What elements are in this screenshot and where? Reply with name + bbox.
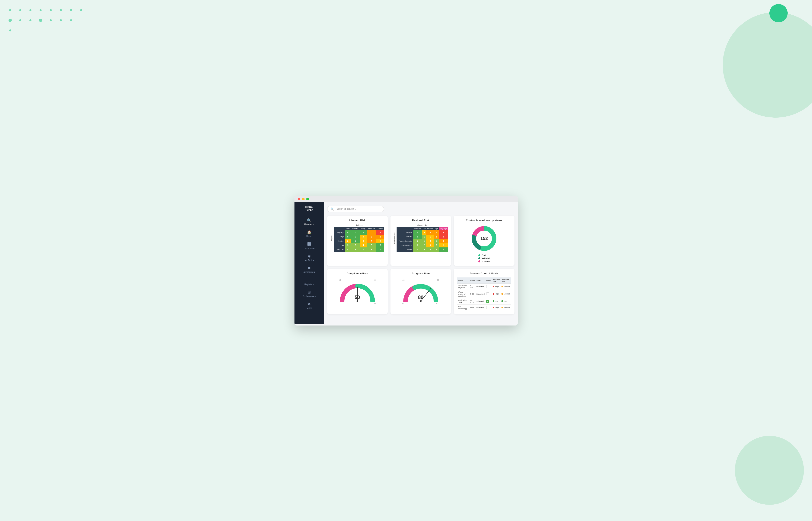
progress-rate-title: Progress Rate: [394, 272, 448, 275]
matrix-cell: 4: [439, 230, 448, 235]
search-bar[interactable]: 🔍: [327, 206, 384, 212]
pcm-status: Validated: [476, 304, 485, 311]
svg-point-11: [39, 19, 42, 22]
validated-dot: [478, 257, 480, 259]
pcm-status: Validated: [476, 284, 485, 290]
svg-point-15: [9, 29, 11, 31]
svg-point-3: [40, 9, 42, 11]
minimize-button[interactable]: [302, 198, 305, 200]
progress-max: 100: [436, 302, 439, 304]
sidebar-item-technologies[interactable]: ⊞ Technologies: [294, 288, 324, 300]
row-label: Very Low: [334, 247, 345, 252]
inherent-risk-dot: [493, 293, 495, 295]
svg-point-13: [60, 19, 62, 21]
technologies-icon: ⊞: [308, 290, 311, 294]
matrix-cell: 0: [439, 235, 448, 239]
matrix-cell: 4: [360, 243, 367, 247]
sidebar-item-dashboard[interactable]: Dashboard: [294, 240, 324, 252]
row-label: High: [334, 235, 345, 239]
checkbox-unchecked[interactable]: [486, 285, 489, 288]
col-certain: Certain: [376, 227, 385, 230]
browser-titlebar: [294, 196, 518, 202]
row-label: Inexistent: [397, 230, 413, 235]
compliance-value: 50: [355, 294, 360, 300]
inherent-risk-y-label: Impact: [330, 235, 332, 241]
pcm-status: Validated: [476, 298, 485, 304]
legend-in-review-label: In review: [482, 260, 490, 263]
matrix-cell: 2: [367, 247, 376, 252]
sidebar-item-home[interactable]: 🏠 Home: [294, 228, 324, 240]
svg-point-4: [50, 9, 52, 11]
svg-rect-17: [309, 242, 311, 244]
inherent-risk-badge: Low: [493, 300, 499, 302]
sidebar-item-environment[interactable]: ✖ Environment: [294, 264, 324, 276]
pcm-name: Wrong entries of supplier...: [457, 290, 469, 298]
inherent-risk-table: Rare Possible Likely Probable Certain Ve…: [334, 227, 385, 252]
row-label: Low: [334, 243, 345, 247]
sidebar-item-research[interactable]: 🔍 Research: [294, 216, 324, 228]
pcm-code: E-R13: [469, 298, 476, 304]
control-breakdown-card: Control breakdown by status 15: [454, 216, 514, 266]
residual-risk-badge: Medium: [502, 307, 510, 309]
matrix-cell: 0: [439, 239, 448, 243]
inherent-risk-dot: [493, 300, 495, 302]
svg-point-28: [356, 300, 358, 302]
matrix-cell: 2: [367, 235, 376, 239]
maximize-button[interactable]: [306, 198, 309, 200]
legend-validated: Validated: [478, 257, 490, 259]
gauge-min: 0: [339, 302, 340, 304]
search-icon: 🔍: [331, 207, 334, 210]
residual-risk-dot: [502, 300, 503, 302]
inherent-risk-dot: [493, 286, 495, 287]
row-label: Medium: [334, 239, 345, 243]
search-input[interactable]: [335, 207, 380, 210]
matrix-cell: 3: [345, 243, 351, 247]
table-row: Bad Technology...M-85ValidatedHighMedium: [457, 304, 511, 311]
checkbox-unchecked[interactable]: [486, 306, 489, 309]
pcm-col-name: Name: [457, 277, 469, 284]
bg-circle-medium: [735, 436, 804, 505]
rcol-l: Low: [422, 227, 426, 230]
browser-window: MEGA HOPEX 🔍 Research 🏠 Home: [294, 196, 518, 325]
pcm-table: Name Code Statut Major Inherent risk Res…: [457, 277, 511, 311]
inherent-risk-dot: [493, 307, 495, 308]
svg-point-5: [60, 9, 62, 11]
residual-risk-x-label: Inherent Risk: [397, 224, 448, 226]
svg-point-30: [420, 300, 421, 302]
matrix-cell: 2: [434, 247, 439, 252]
pcm-status: Submitted: [476, 290, 485, 298]
sidebar-item-more[interactable]: ≫ More: [294, 300, 324, 312]
residual-risk-badge: Medium: [502, 293, 510, 295]
checkbox-unchecked[interactable]: [486, 292, 489, 295]
matrix-cell: 0: [351, 235, 360, 239]
sidebar-item-registers[interactable]: Registers: [294, 276, 324, 288]
progress-min: 0: [402, 302, 403, 304]
rcol-h: High: [434, 227, 439, 230]
pcm-col-inherent: Inherent risk: [492, 277, 501, 284]
residual-risk-dot: [502, 286, 503, 287]
matrix-cell: 1: [422, 239, 426, 243]
matrix-cell: 0: [345, 230, 351, 235]
checkbox-checked[interactable]: ✓: [486, 300, 489, 303]
progress-gauge-svg: 80: [402, 282, 439, 302]
residual-risk-badge: Low: [502, 300, 507, 302]
matrix-cell: 3: [367, 243, 376, 247]
residual-risk-dot: [502, 293, 503, 295]
matrix-cell: 0: [367, 230, 376, 235]
row-label: Very High: [334, 230, 345, 235]
inherent-risk-badge: High: [493, 293, 499, 295]
sidebar-item-my-tasks[interactable]: ✱ My Tasks: [294, 252, 324, 264]
control-breakdown-title: Control breakdown by status: [457, 219, 511, 222]
matrix-cell: 0: [439, 247, 448, 252]
legend-in-review: In review: [478, 260, 490, 263]
matrix-cell: 0: [434, 239, 439, 243]
row-label: Effective: [397, 247, 413, 252]
svg-point-0: [9, 9, 11, 11]
matrix-cell: 0: [426, 247, 434, 252]
inherent-risk-card: Inherent Risk Impact Likelihood Rare P: [327, 216, 388, 266]
sidebar-label-more: More: [306, 307, 311, 309]
row-label: Few Observations: [397, 243, 413, 247]
matrix-cell: 0: [345, 235, 351, 239]
pcm-col-major: Major: [485, 277, 492, 284]
close-button[interactable]: [298, 198, 300, 200]
